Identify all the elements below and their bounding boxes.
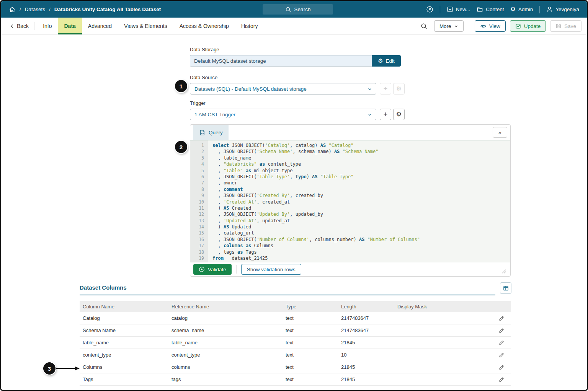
data-source-select[interactable]: Datasets (SQL) - Default MySQL dataset s… <box>190 83 376 94</box>
sql-code-editor[interactable]: 1select JSON_OBJECT('Catalog', catalog) … <box>190 140 510 262</box>
navbar-actions: New... Content ⚙ Admin Yevgeniya <box>426 6 579 13</box>
back-button[interactable]: Back <box>9 23 34 29</box>
cell-type: text <box>286 364 341 370</box>
edit-column-button[interactable] <box>498 352 511 358</box>
cell-reference-name: content_type <box>172 352 286 358</box>
edit-button-label: Edit <box>386 58 395 64</box>
cell-length: 2147483647 <box>341 327 397 333</box>
code-line: 18 , tags as Tags <box>190 249 510 255</box>
chevron-down-icon <box>368 87 372 91</box>
tab-info[interactable]: Info <box>37 18 58 34</box>
edit-column-button[interactable] <box>498 327 511 334</box>
table-row: Tagstagstext21845 <box>80 373 511 386</box>
view-button-label: View <box>489 23 500 29</box>
trigger-add-button[interactable]: + <box>380 109 391 120</box>
cell-column-name: Columns <box>83 364 172 370</box>
new-button-label: New... <box>456 7 470 12</box>
cell-column-name: content_type <box>83 352 172 358</box>
line-number: 9 <box>190 192 208 199</box>
line-number: 18 <box>190 249 208 255</box>
search-input[interactable]: Search <box>263 4 333 15</box>
sql-code: 1select JSON_OBJECT('Catalog', catalog) … <box>190 142 510 261</box>
line-content: , 'Updated At', updated_at <box>208 218 290 224</box>
user-menu[interactable]: Yevgeniya <box>546 6 579 13</box>
back-button-label: Back <box>17 23 29 29</box>
column-header: Type <box>286 304 341 310</box>
breadcrumb-datasets[interactable]: Datasets <box>25 7 45 12</box>
cell-length: 21845 <box>341 364 397 370</box>
code-line: 6 , JSON_OBJECT('Table Type', type) AS "… <box>190 174 510 180</box>
edit-column-button[interactable] <box>498 315 511 321</box>
search-placeholder: Search <box>294 7 311 12</box>
data-source-settings-button: ⚙ <box>393 83 405 94</box>
code-line: 13 , 'Updated At', updated_at <box>190 218 510 224</box>
query-tab-label: Query <box>209 130 223 135</box>
column-layout-button[interactable] <box>500 282 511 294</box>
tab-data[interactable]: Data <box>58 18 82 34</box>
line-content: , JSON_OBJECT('Updated By', updated_by <box>208 211 323 217</box>
content-button-label: Content <box>486 7 504 12</box>
line-number: 10 <box>190 199 208 205</box>
save-icon <box>555 23 562 29</box>
trigger-select[interactable]: 1 AM CST Trigger <box>190 109 376 120</box>
line-number: 11 <box>190 205 208 211</box>
trigger-label: Trigger <box>190 100 405 106</box>
code-line: 16 , JSON_OBJECT('Number of Columns', co… <box>190 236 510 243</box>
tab-access-ownership[interactable]: Access & Ownership <box>173 18 235 34</box>
query-tab[interactable]: SQL Query <box>193 125 229 140</box>
save-button[interactable]: Save <box>550 20 581 32</box>
trigger-settings-button[interactable]: ⚙ <box>393 109 405 120</box>
more-button-label: More <box>439 23 451 29</box>
tab-history[interactable]: History <box>235 18 264 34</box>
cell-type: text <box>286 340 341 345</box>
admin-button[interactable]: ⚙ Admin <box>510 7 533 12</box>
cell-reference-name: table_name <box>172 340 286 345</box>
line-content: select JSON_OBJECT('Catalog', catalog) A… <box>208 142 354 148</box>
app-window: / Datasets / Databricks Unity Catalog Al… <box>0 0 588 391</box>
line-content: , "Table" as mi_object_type <box>208 168 293 174</box>
new-button[interactable]: New... <box>447 6 470 13</box>
toolbar-search-icon[interactable] <box>420 23 428 30</box>
content-button[interactable]: Content <box>477 6 504 13</box>
view-button[interactable]: View <box>475 20 506 32</box>
column-header: Display Mask <box>397 304 495 310</box>
line-content: , JSON_OBJECT('Table Type', type) AS "Ta… <box>208 174 354 180</box>
line-content: ) AS Created <box>208 205 251 211</box>
line-content: from dataset_21425 <box>208 255 268 261</box>
show-validation-rows-button[interactable]: Show validation rows <box>241 264 301 275</box>
cell-column-name: Schema Name <box>83 327 172 333</box>
line-number: 19 <box>190 255 208 261</box>
query-panel: SQL Query « 1select JSON_OBJECT('Catalog… <box>190 124 511 277</box>
divider <box>236 265 237 274</box>
tab-advanced[interactable]: Advanced <box>82 18 118 34</box>
dataset-columns-table: Column NameReference NameTypeLengthDispl… <box>80 301 511 386</box>
tab-views-elements[interactable]: Views & Elements <box>118 18 173 34</box>
cell-type: text <box>286 376 341 382</box>
edit-column-button[interactable] <box>498 364 511 370</box>
more-button[interactable]: More <box>434 20 464 32</box>
annotation-arrow <box>56 365 80 372</box>
check-square-icon <box>515 23 521 29</box>
edit-column-button[interactable] <box>498 376 511 383</box>
collapse-panel-button[interactable]: « <box>493 127 507 138</box>
validate-button[interactable]: Validate <box>193 264 232 275</box>
top-navbar: / Datasets / Databricks Unity Catalog Al… <box>1 1 587 18</box>
gear-icon: ⚙ <box>510 7 515 12</box>
cell-reference-name: tags <box>172 376 286 382</box>
line-number: 5 <box>190 168 208 174</box>
update-button[interactable]: Update <box>510 20 546 32</box>
cell-column-name: table_name <box>83 340 172 345</box>
cell-type: text <box>286 352 341 358</box>
data-storage-edit-button[interactable]: ⚙ Edit <box>372 55 401 67</box>
compass-icon[interactable] <box>426 6 433 13</box>
home-icon[interactable] <box>9 6 16 13</box>
edit-column-button[interactable] <box>498 340 511 346</box>
validate-button-label: Validate <box>208 267 226 272</box>
resize-handle[interactable] <box>501 269 506 274</box>
column-header: Column Name <box>83 304 172 310</box>
annotation-step-2: 2 <box>175 141 187 153</box>
code-line: 11 ) AS Created <box>190 205 510 211</box>
code-line: 14 ) AS Updated <box>190 224 510 230</box>
dataset-columns-title: Dataset Columns <box>80 284 127 291</box>
table-row: Catalogcatalogtext2147483647 <box>80 312 511 324</box>
